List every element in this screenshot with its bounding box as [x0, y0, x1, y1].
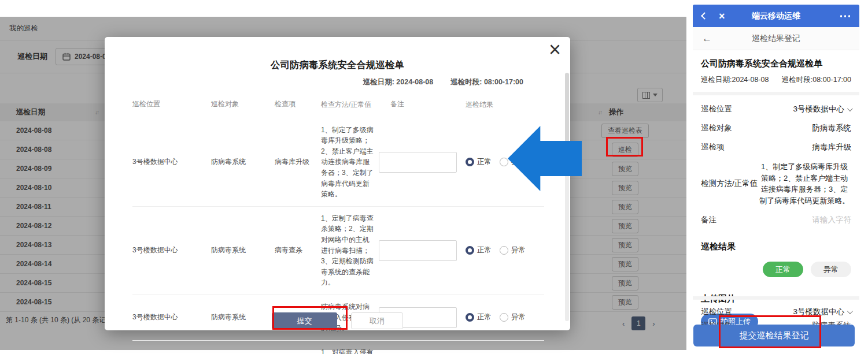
mobile-subheader: ← 巡检结果登记	[693, 27, 859, 50]
highlight-box-submit	[272, 306, 348, 330]
note-placeholder: 请输入字符	[812, 215, 852, 225]
cell-item: 病毒查杀	[275, 245, 321, 255]
cell-target: 防病毒系统	[211, 157, 275, 167]
modal-title: 公司防病毒系统安全合规巡检单	[105, 59, 570, 72]
form-meta: 巡检日期:2024-08-08 巡检时段:08:00-17:00	[701, 75, 851, 85]
field-label: 巡检项	[701, 142, 725, 152]
cell-target: 防病毒系统	[211, 245, 275, 255]
modal-table-row: 3号楼数据中心 防病毒系统 病毒库升级 1、制定了多级病毒库升级策略；2、禁止客…	[132, 118, 544, 207]
highlight-box-mobile-submit	[719, 315, 821, 348]
inspection-form-modal: × 公司防病毒系统安全合规巡检单 巡检日期: 2024-08-08 巡检时段: …	[105, 37, 570, 330]
divider	[693, 296, 859, 300]
highlight-box-inspect	[606, 137, 643, 156]
result-toggle: 正常 异常	[701, 262, 851, 277]
modal-table-row: 3号楼数据中心 防病毒系统 告警机制 1、对病毒入侵有完备的告警机制；2、能够及…	[132, 341, 544, 354]
cell-location: 3号楼数据中心	[132, 157, 211, 167]
col-method: 检查方法/正常值	[321, 99, 379, 110]
col-note: 备注	[379, 99, 466, 110]
note-input[interactable]	[379, 152, 457, 173]
field-value: 3号楼数据中心	[793, 104, 844, 114]
app-title: 端云移动运维	[693, 11, 859, 21]
form-title: 公司防病毒系统安全合规巡检单	[701, 58, 851, 69]
modal-table-row: 3号楼数据中心 防病毒系统 病毒查杀 1、定制了病毒查杀策略；2、定期对网络中的…	[132, 207, 544, 295]
result-normal-button[interactable]: 正常	[763, 262, 803, 277]
radio-normal-label: 正常	[477, 157, 492, 167]
cancel-button[interactable]: 取消	[351, 312, 403, 329]
field-value: 病毒库升级	[812, 142, 852, 152]
radio-selected-icon	[466, 158, 474, 166]
chevron-down-icon	[847, 308, 853, 314]
mobile-app-panel: × 端云移动运维 ← 巡检结果登记 公司防病毒系统安全合规巡检单 巡检日期:20…	[693, 5, 859, 349]
result-abnormal-button[interactable]: 异常	[811, 262, 851, 277]
field-label: 检测方法/正常值	[701, 178, 758, 189]
field-label: 巡检对象	[701, 123, 732, 133]
modal-scrollbar[interactable]	[565, 73, 569, 321]
modal-table-header: 巡检位置 巡检对象 检查项 检查方法/正常值 备注 巡检结果	[132, 99, 544, 118]
radio-normal-label: 正常	[477, 245, 492, 255]
radio-normal[interactable]: 正常	[466, 157, 492, 167]
mobile-header: × 端云移动运维	[693, 5, 859, 27]
radio-unselected-icon	[500, 158, 508, 166]
field-note[interactable]: 备注 请输入字符	[701, 215, 851, 225]
field-label: 巡检位置	[701, 104, 732, 114]
mobile-inspection-date: 巡检日期:2024-08-08	[701, 75, 769, 85]
field-value: 1、制定了多级病毒库升级策略；2、禁止客户端主动连接病毒库服务器；3、定制了病毒…	[758, 161, 851, 206]
radio-unselected-icon	[500, 246, 508, 255]
inspection-date: 巡检日期: 2024-08-08	[363, 77, 434, 87]
divider	[693, 92, 859, 95]
modal-meta: 巡检日期: 2024-08-08 巡检时段: 08:00-17:00	[363, 77, 523, 87]
mobile-inspection-time: 巡检时段:08:00-17:00	[782, 75, 851, 85]
radio-selected-icon	[466, 246, 474, 255]
radio-normal[interactable]: 正常	[466, 245, 492, 255]
radio-abnormal[interactable]: 异常	[500, 245, 526, 255]
field-method: 检测方法/正常值 1、制定了多级病毒库升级策略；2、禁止客户端主动连接病毒库服务…	[701, 161, 851, 206]
col-location: 巡检位置	[132, 99, 211, 110]
mobile-form: 公司防病毒系统安全合规巡检单 巡检日期:2024-08-08 巡检时段:08:0…	[693, 58, 859, 330]
cell-item: 病毒库升级	[275, 157, 321, 167]
cell-method: 1、定制了病毒查杀策略；2、定期对网络中的主机进行病毒扫描；3、定期检测防病毒系…	[321, 213, 379, 288]
chevron-down-icon	[847, 106, 853, 111]
radio-abnormal-label: 异常	[511, 245, 526, 255]
field-value: 防病毒系统	[812, 123, 852, 133]
cell-location: 3号楼数据中心	[132, 245, 211, 255]
close-icon[interactable]: ×	[549, 39, 561, 60]
cell-method: 1、对病毒入侵有完备的告警机制；2、能够及时隔离被感染主机或区域。	[321, 347, 379, 354]
col-result: 巡检结果	[466, 99, 544, 110]
result-section-title: 巡检结果	[701, 241, 851, 252]
note-input[interactable]	[379, 240, 457, 261]
col-item: 检查项	[275, 99, 321, 110]
field-location[interactable]: 巡检位置 3号楼数据中心	[701, 104, 851, 114]
mobile-page-title: 巡检结果登记	[693, 33, 859, 44]
col-target: 巡检对象	[211, 99, 275, 110]
inspection-time: 巡检时段: 08:00-17:00	[450, 77, 523, 87]
cell-method: 1、制定了多级病毒库升级策略；2、禁止客户端主动连接病毒库服务器；3、定制了病毒…	[321, 125, 379, 200]
field-label: 备注	[701, 215, 716, 225]
more-menu-icon[interactable]	[840, 15, 851, 17]
field-item: 巡检项 病毒库升级	[701, 142, 851, 152]
field-target: 巡检对象 防病毒系统	[701, 123, 851, 133]
